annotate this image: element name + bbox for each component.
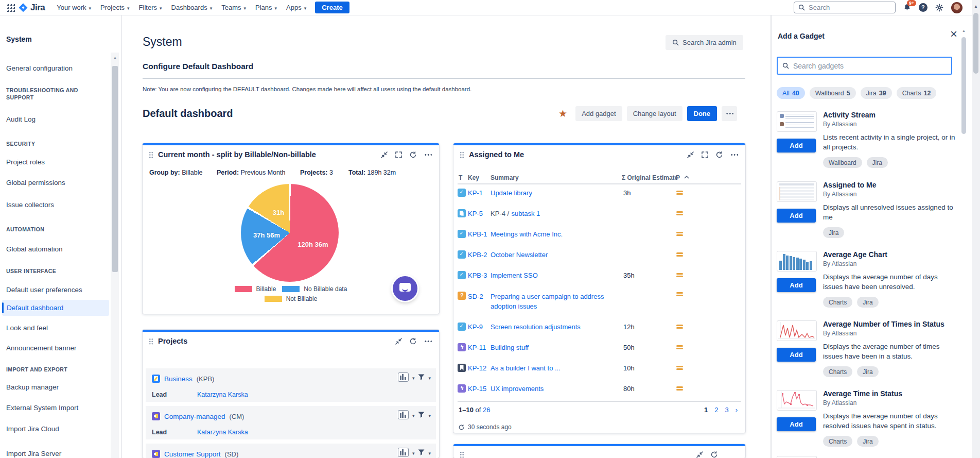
table-row[interactable]: KP-1 Update library 3h	[453, 182, 745, 203]
table-row[interactable]: KP-5 KP-4 / subtask 1	[453, 203, 745, 224]
issue-summary-link[interactable]: Meetings with Acme Inc.	[491, 230, 563, 238]
project-lead-link[interactable]: Katarzyna Karska	[197, 429, 248, 436]
nav-projects[interactable]: Projects	[96, 0, 134, 15]
issue-key-link[interactable]: KPB-2	[468, 251, 487, 259]
sidebar-item-import-jira-cloud[interactable]: Import Jira Cloud	[6, 425, 59, 433]
gadget-more-icon[interactable]	[424, 154, 432, 156]
add-gadget-card-button[interactable]: Add	[777, 139, 816, 152]
chevron-down-icon[interactable]	[412, 372, 415, 382]
create-button[interactable]: Create	[315, 2, 349, 13]
refresh-icon[interactable]	[459, 425, 464, 430]
sidebar-item-announcement-banner[interactable]: Announcement banner	[6, 344, 77, 352]
table-row[interactable]: KP-12 As a builder I want to ... 10h	[453, 358, 745, 378]
issue-key-link[interactable]: KPB-3	[468, 272, 487, 279]
collapse-icon[interactable]	[696, 451, 703, 458]
column-header-estimate[interactable]: Σ Original Estimate	[622, 174, 678, 181]
filter-funnel-icon[interactable]	[418, 412, 425, 418]
next-page-chevron[interactable]: ›	[736, 406, 738, 414]
sort-ascending-icon[interactable]	[684, 176, 689, 179]
scroll-up-arrow-icon[interactable]	[113, 56, 117, 59]
project-name-link[interactable]: Customer Support	[164, 450, 221, 458]
dashboard-more-button[interactable]	[722, 106, 737, 121]
filter-chip-jira[interactable]: Jira39	[861, 87, 892, 99]
gadget-search-field[interactable]	[777, 57, 952, 75]
filter-funnel-icon[interactable]	[418, 449, 425, 455]
refresh-icon[interactable]	[716, 151, 723, 158]
sidebar-item-external-system-import[interactable]: External System Import	[6, 404, 78, 412]
refresh-icon[interactable]	[410, 151, 416, 158]
change-layout-button[interactable]: Change layout	[627, 106, 682, 121]
sidebar-item-audit-log[interactable]: Audit Log	[6, 115, 36, 123]
filter-chip-all[interactable]: All40	[777, 87, 805, 99]
page-number-current[interactable]: 1	[704, 406, 708, 414]
issue-summary-link[interactable]: Implement SSO	[491, 272, 538, 279]
app-switcher-icon[interactable]	[6, 3, 15, 12]
sidebar-item-backup-manager[interactable]: Backup manager	[6, 383, 59, 391]
scroll-up-arrow-icon[interactable]	[962, 29, 966, 32]
table-row[interactable]: KP-9 Screen resolution adjustments 12h	[453, 316, 745, 337]
fullscreen-icon[interactable]	[395, 151, 402, 158]
column-header-priority[interactable]: P	[676, 174, 680, 181]
gadget-more-icon[interactable]	[730, 154, 738, 156]
nav-apps[interactable]: Apps	[282, 0, 311, 15]
settings-button[interactable]	[935, 4, 943, 12]
sidebar-item-general-configuration[interactable]: General configuration	[6, 64, 73, 72]
add-gadget-card-button[interactable]: Add	[777, 278, 816, 292]
column-header-key[interactable]: Key	[468, 174, 479, 181]
scroll-up-arrow-icon[interactable]	[974, 4, 978, 9]
nav-filters[interactable]: Filters	[134, 0, 167, 15]
issue-key-link[interactable]: KP-11	[468, 344, 486, 351]
gadget-search-input[interactable]	[793, 62, 947, 70]
sidebar-item-look-and-feel[interactable]: Look and feel	[6, 324, 48, 332]
issue-summary-link[interactable]: Preparing a user campaign to address ado…	[491, 293, 604, 310]
issue-key-link[interactable]: KPB-1	[468, 230, 487, 238]
filter-chip-wallboard[interactable]: Wallboard5	[810, 87, 856, 99]
issue-key-link[interactable]: KP-15	[468, 385, 486, 393]
window-scrollbar[interactable]	[972, 0, 980, 458]
nav-dashboards[interactable]: Dashboards	[167, 0, 217, 15]
project-chart-button[interactable]	[398, 410, 409, 419]
project-name-link[interactable]: Company-managed	[164, 413, 225, 420]
issue-summary-link[interactable]: As a builder I want to ...	[491, 364, 561, 372]
collapse-icon[interactable]	[395, 338, 402, 345]
help-button[interactable]	[919, 3, 927, 12]
issue-key-link[interactable]: SD-2	[468, 293, 483, 300]
gadget-more-icon[interactable]	[424, 341, 432, 342]
refresh-icon[interactable]	[410, 338, 416, 345]
add-gadget-card-button[interactable]: Add	[777, 348, 816, 362]
issue-summary-link[interactable]: subtask 1	[512, 210, 540, 217]
filter-chip-charts[interactable]: Charts12	[897, 87, 937, 99]
jira-logo[interactable]: Jira	[18, 3, 45, 13]
search-jira-admin-button[interactable]: Search Jira admin	[666, 35, 743, 50]
global-search-input[interactable]	[809, 4, 881, 11]
sidebar-item-default-dashboard[interactable]: Default dashboard	[2, 300, 109, 316]
refresh-icon[interactable]	[711, 451, 717, 458]
pagination-total-link[interactable]: 26	[483, 406, 490, 414]
nav-teams[interactable]: Teams	[217, 0, 251, 15]
nav-plans[interactable]: Plans	[251, 0, 282, 15]
add-gadget-card-button[interactable]: Add	[777, 209, 816, 223]
collapse-icon[interactable]	[381, 151, 388, 158]
notifications-button[interactable]: 9+	[903, 4, 911, 11]
issue-key-link[interactable]: KP-12	[468, 364, 486, 372]
issue-summary-link[interactable]: Building stuff	[491, 344, 529, 351]
table-row[interactable]: KP-15 UX improvements 80h	[453, 378, 745, 399]
issue-summary-link[interactable]: UX improvements	[491, 385, 544, 393]
collapse-icon[interactable]	[687, 151, 694, 158]
user-avatar[interactable]	[951, 2, 962, 13]
drag-handle-icon[interactable]	[149, 338, 153, 345]
table-row[interactable]: KPB-2 October Newsletter	[453, 244, 745, 265]
project-name-link[interactable]: Business	[164, 375, 192, 383]
sidebar-item-issue-collectors[interactable]: Issue collectors	[6, 201, 54, 209]
chevron-down-icon[interactable]	[428, 372, 431, 382]
sidebar-scrollbar-thumb[interactable]	[112, 66, 118, 272]
close-icon[interactable]	[950, 28, 957, 40]
table-row[interactable]: KPB-3 Implement SSO 35h	[453, 265, 745, 285]
page-number-link[interactable]: 3	[725, 406, 728, 414]
window-scrollbar-thumb[interactable]	[973, 13, 978, 74]
issue-key-link[interactable]: KP-1	[468, 189, 483, 197]
done-button[interactable]: Done	[687, 106, 717, 121]
chevron-down-icon[interactable]	[412, 448, 415, 457]
fullscreen-icon[interactable]	[702, 151, 708, 158]
sidebar-item-project-roles[interactable]: Project roles	[6, 158, 45, 166]
